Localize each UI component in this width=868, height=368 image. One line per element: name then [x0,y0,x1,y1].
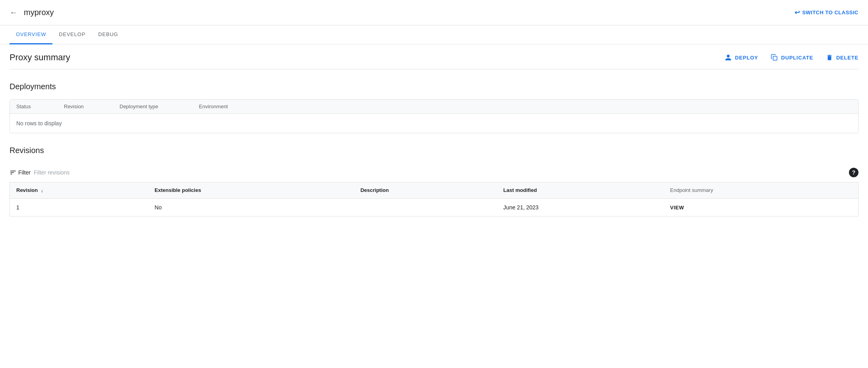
table-row: 1 No June 21, 2023 VIEW [10,198,858,216]
deploy-button[interactable]: DEPLOY [725,54,758,61]
duplicate-icon [771,54,778,61]
deploy-icon [725,54,732,61]
revision-description [354,198,497,216]
deployments-col-revision: Revision [64,104,120,109]
filter-bar: Filter Filter revisions ? [10,163,858,182]
filter-revisions-placeholder[interactable]: Filter revisions [34,169,69,176]
switch-to-classic-button[interactable]: ↩ SWITCH TO CLASSIC [795,9,858,16]
deployments-no-rows: No rows to display [10,114,858,133]
revisions-col-revision-label: Revision [16,187,38,193]
revisions-table: Revision ↓ Extensible policies Descripti… [10,182,858,217]
revisions-col-policies: Extensible policies [148,182,354,198]
page-title: myproxy [24,8,795,17]
deployments-table-header: Status Revision Deployment type Environm… [10,100,858,114]
help-icon[interactable]: ? [849,168,858,177]
revision-endpoint-summary: VIEW [664,198,858,216]
revision-extensible-policies: No [148,198,354,216]
tab-overview[interactable]: OVERVIEW [10,25,52,44]
switch-classic-label: SWITCH TO CLASSIC [802,10,858,15]
revision-last-modified: June 21, 2023 [497,198,664,216]
no-rows-text: No rows to display [16,120,62,126]
view-endpoint-button[interactable]: VIEW [670,205,684,211]
duplicate-button[interactable]: DUPLICATE [771,54,813,61]
filter-icon-svg [10,169,17,176]
deploy-label: DEPLOY [735,55,758,61]
deployments-col-status: Status [16,104,64,109]
filter-left: Filter Filter revisions [10,169,69,176]
proxy-actions: DEPLOY DUPLICATE DELETE [725,54,858,61]
revisions-header-row: Revision ↓ Extensible policies Descripti… [10,182,858,198]
deployments-section: Deployments Status Revision Deployment t… [10,69,858,133]
main-content: Proxy summary DEPLOY DUPLICATE [0,44,868,217]
revision-number: 1 [10,198,149,216]
revisions-title: Revisions [10,146,858,155]
deployments-title: Deployments [10,82,858,91]
delete-icon [826,54,833,61]
revisions-section: Revisions Filter Filter revisions ? Revi… [10,133,858,217]
delete-label: DELETE [836,55,858,61]
revisions-col-endpoint: Endpoint summary [664,182,858,198]
tabs-bar: OVERVIEW DEVELOP DEBUG [0,25,868,44]
tab-debug[interactable]: DEBUG [92,25,124,44]
deployments-col-type: Deployment type [120,104,199,109]
revisions-col-modified: Last modified [497,182,664,198]
back-button[interactable]: ← [10,8,17,17]
proxy-summary-bar: Proxy summary DEPLOY DUPLICATE [10,44,858,69]
switch-classic-icon: ↩ [795,9,800,16]
filter-label: Filter [18,169,31,176]
revisions-col-description: Description [354,182,497,198]
revisions-table-head: Revision ↓ Extensible policies Descripti… [10,182,858,198]
sort-down-icon[interactable]: ↓ [41,188,43,194]
revisions-table-body: 1 No June 21, 2023 VIEW [10,198,858,216]
filter-button[interactable]: Filter [10,169,31,176]
deployments-table-container: Status Revision Deployment type Environm… [10,99,858,133]
proxy-summary-title: Proxy summary [10,52,70,63]
revisions-col-revision: Revision ↓ [10,182,149,198]
tab-develop[interactable]: DEVELOP [52,25,92,44]
duplicate-label: DUPLICATE [781,55,813,61]
header: ← myproxy ↩ SWITCH TO CLASSIC [0,0,868,25]
delete-button[interactable]: DELETE [826,54,858,61]
svg-rect-0 [773,56,777,60]
deployments-col-environment: Environment [199,104,852,109]
